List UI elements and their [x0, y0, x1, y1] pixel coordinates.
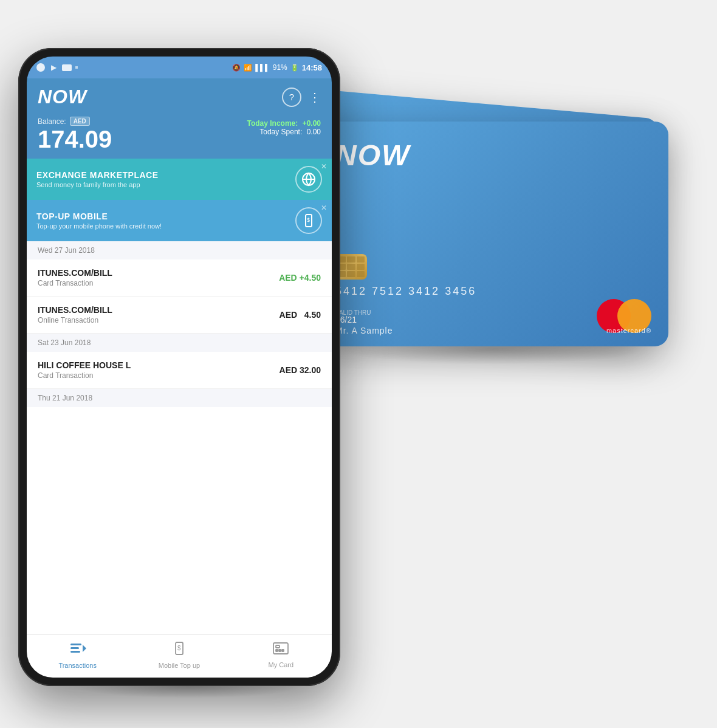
nav-label-mobile-topup: Mobile Top up	[159, 662, 200, 669]
currency-badge: AED	[70, 117, 90, 126]
chip-line	[357, 256, 365, 263]
today-income: Today Income: +0.00	[247, 119, 321, 128]
bottom-nav: Transactions $ Mobile Top up	[27, 634, 332, 678]
balance-label-text: Balance:	[38, 117, 66, 126]
card-logo: NOW	[335, 139, 649, 172]
svg-rect-12	[276, 645, 280, 648]
transaction-amount: AED 32.00	[280, 365, 321, 375]
table-row[interactable]: HILI COFFEE HOUSE L Card Transaction AED…	[27, 352, 332, 389]
svg-text:$: $	[307, 217, 310, 223]
svg-text:$: $	[177, 645, 181, 651]
battery-icon: 🔋	[290, 64, 299, 72]
svg-marker-8	[83, 645, 86, 652]
svg-rect-5	[70, 644, 81, 645]
transaction-name: HILI COFFEE HOUSE L	[38, 360, 131, 370]
chip-line	[347, 256, 355, 263]
chip-line	[347, 264, 355, 270]
balance-label: Balance: AED	[38, 117, 112, 126]
income-value: +0.00	[303, 119, 321, 128]
credit-card: NOW 5412 7512 3412 3456 VALID THRU 06/21…	[316, 122, 668, 346]
signal-icon: ▌▌▌	[255, 64, 269, 71]
settings-icon	[36, 63, 45, 72]
youtube-icon	[62, 64, 72, 71]
transaction-type: Card Transaction	[38, 279, 112, 287]
date-header-1: Wed 27 Jun 2018	[27, 241, 332, 259]
svg-rect-7	[70, 651, 80, 653]
app-logo: NOW	[38, 86, 87, 108]
exchange-banner-text: EXCHANGE MARKETPLACE Send money to famil…	[36, 170, 159, 188]
nav-item-transactions[interactable]: Transactions	[27, 641, 128, 669]
phone-frame: ▶ 🔕 📶 ▌▌▌ 91% 🔋 14:58 NOW	[18, 48, 340, 686]
my-card-icon	[272, 642, 289, 659]
transaction-amount: AED 4.50	[280, 310, 321, 320]
svg-rect-11	[273, 643, 288, 654]
globe-icon	[295, 166, 322, 193]
play-icon: ▶	[49, 63, 58, 72]
help-button[interactable]: ?	[282, 88, 301, 107]
topup-banner[interactable]: TOP-UP MOBILE Top-up your mobile phone w…	[27, 200, 332, 241]
transaction-type: Online Transaction	[38, 316, 112, 325]
header-icons: ? ⋮	[282, 88, 321, 107]
transaction-detail: ITUNES.COM/BILL Online Transaction	[38, 305, 112, 325]
more-button[interactable]: ⋮	[309, 90, 321, 105]
topup-close-button[interactable]: ✕	[321, 204, 327, 212]
transaction-amount: AED +4.50	[279, 273, 321, 283]
app-header: NOW ? ⋮ Balance: AED 174.09	[27, 78, 332, 159]
wifi-icon: 📶	[244, 64, 252, 72]
topup-banner-subtitle: Top-up your mobile phone with credit now…	[36, 222, 162, 230]
topup-banner-text: TOP-UP MOBILE Top-up your mobile phone w…	[36, 211, 162, 230]
svg-rect-13	[276, 650, 278, 651]
nav-label-my-card: My Card	[269, 661, 294, 668]
transaction-name: ITUNES.COM/BILL	[38, 305, 112, 315]
date-header-2: Sat 23 Jun 2018	[27, 334, 332, 352]
date-header-3: Thu 21 Jun 2018	[27, 389, 332, 407]
battery-percent: 91%	[273, 63, 287, 72]
status-right: 🔕 📶 ▌▌▌ 91% 🔋 14:58	[232, 63, 322, 72]
card-number: 5412 7512 3412 3456	[335, 285, 476, 298]
chip-line	[357, 264, 365, 270]
phone-dollar-icon: $	[295, 207, 322, 234]
spent-value: 0.00	[307, 128, 321, 136]
table-row[interactable]: ITUNES.COM/BILL Online Transaction AED 4…	[27, 297, 332, 334]
nav-item-mobile-topup[interactable]: $ Mobile Top up	[128, 641, 230, 669]
clock: 14:58	[302, 63, 322, 72]
mastercard-logo: mastercard®	[597, 299, 651, 333]
nav-item-my-card[interactable]: My Card	[230, 642, 332, 668]
status-bar: ▶ 🔕 📶 ▌▌▌ 91% 🔋 14:58	[27, 57, 332, 78]
nav-label-transactions: Transactions	[58, 662, 97, 669]
header-top: NOW ? ⋮	[38, 86, 321, 108]
svg-rect-6	[70, 647, 79, 649]
status-left: ▶	[36, 63, 78, 72]
mobile-topup-icon: $	[172, 641, 187, 659]
chip-line	[347, 271, 355, 277]
svg-rect-15	[282, 650, 284, 651]
transaction-detail: HILI COFFEE HOUSE L Card Transaction	[38, 360, 131, 380]
phone-mockup: ▶ 🔕 📶 ▌▌▌ 91% 🔋 14:58 NOW	[18, 30, 358, 698]
phone-screen: ▶ 🔕 📶 ▌▌▌ 91% 🔋 14:58 NOW	[27, 57, 332, 678]
transaction-type: Card Transaction	[38, 371, 131, 380]
exchange-banner-title: EXCHANGE MARKETPLACE	[36, 170, 159, 180]
transaction-detail: ITUNES.COM/BILL Card Transaction	[38, 268, 112, 287]
exchange-close-button[interactable]: ✕	[321, 162, 327, 171]
dot-icon	[75, 66, 78, 69]
header-balance: Balance: AED 174.09 Today Income: +0.00 …	[38, 117, 321, 151]
mute-icon: 🔕	[232, 64, 241, 72]
exchange-banner-subtitle: Send money to family from the app	[36, 181, 159, 188]
question-icon: ?	[289, 92, 294, 102]
balance-right: Today Income: +0.00 Today Spent: 0.00	[247, 117, 321, 136]
exchange-banner[interactable]: EXCHANGE MARKETPLACE Send money to famil…	[27, 159, 332, 200]
today-spent: Today Spent: 0.00	[247, 128, 321, 136]
table-row[interactable]: ITUNES.COM/BILL Card Transaction AED +4.…	[27, 259, 332, 297]
svg-rect-14	[279, 650, 281, 651]
card-wrapper: NOW 5412 7512 3412 3456 VALID THRU 06/21…	[292, 97, 693, 352]
transaction-name: ITUNES.COM/BILL	[38, 268, 112, 278]
topup-banner-title: TOP-UP MOBILE	[36, 211, 162, 221]
income-label: Today Income:	[247, 119, 298, 128]
mastercard-text: mastercard®	[606, 327, 651, 334]
card-holder: Mr. A Sample	[335, 326, 393, 335]
chip-line	[357, 271, 365, 277]
spent-label: Today Spent:	[259, 128, 302, 136]
balance-left: Balance: AED 174.09	[38, 117, 112, 151]
transactions-list: Wed 27 Jun 2018 ITUNES.COM/BILL Card Tra…	[27, 241, 332, 634]
balance-amount: 174.09	[38, 127, 112, 151]
